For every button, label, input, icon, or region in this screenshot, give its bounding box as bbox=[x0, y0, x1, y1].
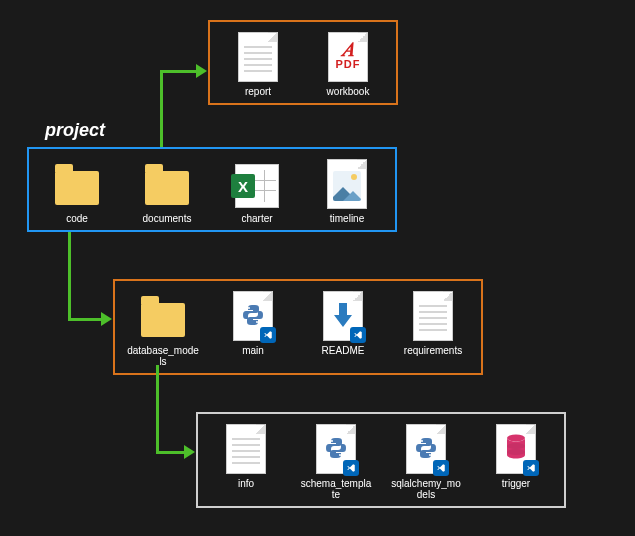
sql-file-icon bbox=[492, 422, 540, 476]
text-file-icon bbox=[222, 422, 270, 476]
svg-point-0 bbox=[507, 435, 525, 442]
excel-file-icon: X bbox=[233, 157, 281, 211]
item-label: documents bbox=[143, 213, 192, 224]
svg-point-1 bbox=[507, 443, 525, 449]
group-code: database_models main README requirements bbox=[113, 279, 483, 375]
pdf-file-icon: 𝐴PDF bbox=[324, 30, 372, 84]
item-label: requirements bbox=[404, 345, 462, 356]
vscode-badge-icon bbox=[260, 327, 276, 343]
file-sqlalchemy-models[interactable]: sqlalchemy_models bbox=[390, 422, 462, 500]
group-database-models: info schema_template sqlalchemy_models bbox=[196, 412, 566, 508]
python-file-icon bbox=[402, 422, 450, 476]
python-file-icon bbox=[229, 289, 277, 343]
file-workbook[interactable]: 𝐴PDF workbook bbox=[312, 30, 384, 97]
item-label: schema_template bbox=[300, 478, 372, 500]
file-schema-template[interactable]: schema_template bbox=[300, 422, 372, 500]
python-file-icon bbox=[312, 422, 360, 476]
item-label: README bbox=[322, 345, 365, 356]
image-file-icon bbox=[323, 157, 371, 211]
item-label: sqlalchemy_models bbox=[390, 478, 462, 500]
file-info[interactable]: info bbox=[210, 422, 282, 489]
folder-documents[interactable]: documents bbox=[131, 157, 203, 224]
folder-code[interactable]: code bbox=[41, 157, 113, 224]
item-label: timeline bbox=[330, 213, 364, 224]
item-label: database_models bbox=[127, 345, 199, 367]
item-label: trigger bbox=[502, 478, 530, 489]
file-trigger[interactable]: trigger bbox=[480, 422, 552, 489]
vscode-badge-icon bbox=[343, 460, 359, 476]
item-label: main bbox=[242, 345, 264, 356]
folder-database-models[interactable]: database_models bbox=[127, 289, 199, 367]
file-readme[interactable]: README bbox=[307, 289, 379, 356]
vscode-badge-icon bbox=[350, 327, 366, 343]
item-label: report bbox=[245, 86, 271, 97]
item-label: charter bbox=[241, 213, 272, 224]
file-report[interactable]: report bbox=[222, 30, 294, 97]
folder-icon bbox=[143, 157, 191, 211]
folder-icon bbox=[53, 157, 101, 211]
file-main[interactable]: main bbox=[217, 289, 289, 356]
svg-point-2 bbox=[507, 449, 525, 455]
file-charter[interactable]: X charter bbox=[221, 157, 293, 224]
project-label: project bbox=[45, 120, 105, 141]
file-timeline[interactable]: timeline bbox=[311, 157, 383, 224]
file-requirements[interactable]: requirements bbox=[397, 289, 469, 356]
vscode-badge-icon bbox=[433, 460, 449, 476]
text-file-icon bbox=[409, 289, 457, 343]
item-label: info bbox=[238, 478, 254, 489]
vscode-badge-icon bbox=[523, 460, 539, 476]
text-file-icon bbox=[234, 30, 282, 84]
folder-icon bbox=[139, 289, 187, 343]
markdown-file-icon bbox=[319, 289, 367, 343]
group-project: code documents X charter timeline bbox=[27, 147, 397, 232]
group-documents: report 𝐴PDF workbook bbox=[208, 20, 398, 105]
item-label: code bbox=[66, 213, 88, 224]
item-label: workbook bbox=[327, 86, 370, 97]
